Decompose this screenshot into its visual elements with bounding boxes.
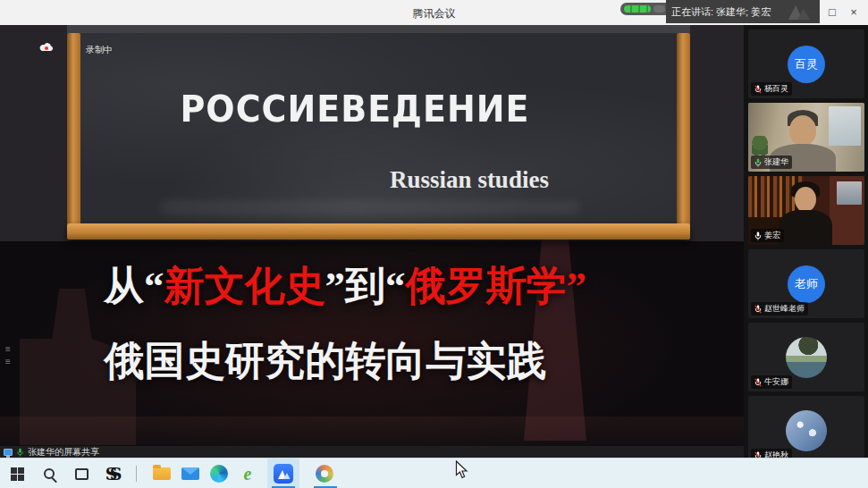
minimize-button[interactable]: – <box>800 0 822 25</box>
close-button[interactable]: × <box>843 0 864 25</box>
edge-icon <box>210 465 228 483</box>
participant-tile[interactable]: 赵艳秋 <box>748 396 864 458</box>
speaking-text: 正在讲话: 张建华; 姜宏 <box>671 5 771 19</box>
taskbar-divider <box>136 466 137 482</box>
file-explorer-button[interactable] <box>148 459 175 488</box>
mic-muted-icon <box>754 85 762 94</box>
mail-button[interactable] <box>177 459 204 488</box>
photo-avatar <box>786 410 827 451</box>
search-icon <box>44 468 55 479</box>
participants-sidebar: 百灵 杨百灵 张建华 <box>744 25 868 458</box>
mouse-cursor <box>455 460 468 479</box>
taskbar-search-button[interactable] <box>36 459 63 488</box>
internet-explorer-icon: e <box>244 464 252 484</box>
wood-frame-bottom <box>67 223 690 240</box>
participant-tile[interactable]: 百灵 杨百灵 <box>748 29 864 98</box>
avatar: 老师 <box>788 265 825 303</box>
task-view-button[interactable] <box>68 459 95 488</box>
ie-browser-button[interactable]: e <box>234 459 261 488</box>
mic-active-icon <box>754 158 762 167</box>
pinwheel-app-icon <box>316 465 333 483</box>
tencent-meeting-taskbar-button[interactable] <box>267 459 299 488</box>
slide-title-russian: РОССИЕВЕДЕНИЕ <box>87 88 623 130</box>
wood-frame-right <box>677 33 690 240</box>
recording-label: 录制中 <box>86 44 113 56</box>
slide-headline-line2: 俄国史研究的转向与实践 <box>13 340 638 384</box>
shared-screen-view: РОССИЕВЕДЕНИЕ Russian studies 录制中 ≡ ≡ 从“… <box>0 25 744 458</box>
blackboard: РОССИЕВЕДЕНИЕ Russian studies <box>67 25 690 240</box>
taskbar-app-s[interactable]: S <box>100 459 127 488</box>
window-controls: – □ × <box>800 0 864 25</box>
share-owner-label: 张建华的屏幕共享 <box>28 446 99 459</box>
menu-icon[interactable]: ≡ <box>5 358 11 366</box>
task-view-icon <box>75 468 88 480</box>
participant-tile[interactable]: 牛安娜 <box>748 323 864 391</box>
mic-muted-icon <box>754 451 762 459</box>
wood-frame-left <box>67 33 80 240</box>
mic-muted-icon <box>754 305 762 314</box>
participant-name-badge: 牛安娜 <box>751 375 792 389</box>
mic-on-icon <box>754 231 762 240</box>
person-silhouette <box>789 115 816 146</box>
folder-icon <box>153 467 171 480</box>
participant-tile[interactable]: 老师 牛安娜 赵世峰老师 <box>748 249 864 318</box>
volume-level <box>624 5 651 13</box>
participant-name-badge: 姜宏 <box>751 229 784 242</box>
participant-tile-active-speaker[interactable]: 张建华 <box>748 103 864 172</box>
participant-name-badge: 牛安娜 赵世峰老师 <box>751 302 808 316</box>
slide-headline-line1: 从“新文化史”到“俄罗斯学” <box>32 265 658 309</box>
app-window: 腾讯会议 正在讲话: 张建华; 姜宏 – □ × РОСС <box>0 0 868 488</box>
taskbar-app-pinwheel[interactable] <box>311 459 338 488</box>
start-button[interactable] <box>4 459 30 488</box>
restore-button[interactable]: □ <box>822 0 843 25</box>
tencent-meeting-icon <box>274 464 293 484</box>
mic-on-icon <box>17 448 23 457</box>
participant-tile[interactable]: 姜宏 <box>748 176 864 245</box>
slideshow-nav-widget[interactable]: ≡ ≡ <box>5 345 11 366</box>
taskbar: S e 桌面 OneDrive » ^ 中 拼 13:35 周五 2022/12… <box>0 458 868 488</box>
windows-logo-icon <box>11 467 24 481</box>
screen-share-status-bar: 张建华的屏幕共享 <box>0 446 744 458</box>
monitor-icon <box>4 449 13 456</box>
recording-cloud-icon <box>39 42 54 52</box>
person-silhouette <box>795 187 816 212</box>
menu-icon[interactable]: ≡ <box>5 345 11 354</box>
speaking-indicator: 正在讲话: 张建华; 姜宏 <box>666 0 820 23</box>
participant-name-badge: 杨百灵 <box>751 82 792 96</box>
chalk-streak <box>160 200 580 215</box>
titlebar: 腾讯会议 正在讲话: 张建华; 姜宏 – □ × <box>0 0 868 25</box>
s-app-icon: S <box>105 464 118 484</box>
mail-icon <box>181 467 199 480</box>
participant-name-badge: 赵艳秋 <box>751 449 792 458</box>
slide-subtitle-english: Russian studies <box>282 166 657 194</box>
photo-avatar <box>786 337 827 378</box>
participant-name-badge: 张建华 <box>751 156 792 169</box>
mic-muted-icon <box>754 378 762 387</box>
edge-browser-button[interactable] <box>206 459 232 488</box>
avatar: 百灵 <box>788 46 825 83</box>
